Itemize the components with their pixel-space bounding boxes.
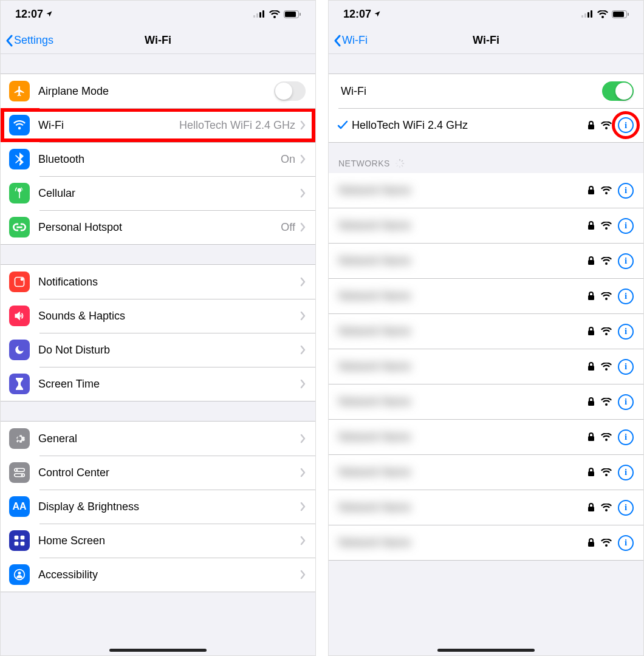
wifi-toggle-group: Wi-Fi HelloTech WiFi 2.4 GHz i [329,73,643,143]
settings-list[interactable]: Airplane ModeWi-FiHelloTech WiFi 2.4 GHz… [1,54,315,655]
svg-rect-14 [21,536,25,540]
info-button[interactable]: i [618,253,634,269]
network-row[interactable]: Network Name i [329,349,643,384]
settings-row-accessibility[interactable]: Accessibility [1,558,315,592]
svg-rect-40 [588,366,594,371]
chevron-right-icon [300,502,306,511]
network-row[interactable]: Network Name i [329,208,643,244]
network-row[interactable]: Network Name i [329,420,643,455]
settings-row-control[interactable]: Control Center [1,456,315,490]
svg-rect-1 [256,13,258,18]
chevron-right-icon [300,570,306,579]
svg-rect-15 [15,542,19,546]
settings-row-screentime[interactable]: Screen Time [1,367,315,401]
home-indicator[interactable] [437,649,535,652]
svg-rect-27 [399,159,400,161]
settings-row-sounds[interactable]: Sounds & Haptics [1,299,315,333]
back-button[interactable]: Wi-Fi [334,34,368,47]
svg-rect-31 [399,166,400,168]
info-button[interactable]: i [618,289,634,304]
wifi-signal-icon [601,327,612,335]
status-time: 12:07 [15,8,43,21]
info-button[interactable]: i [618,394,634,410]
wifi-screen: 12:07 Wi-Fi Wi-Fi Wi-Fi [328,0,644,656]
svg-rect-6 [300,13,301,16]
connected-network-row[interactable]: HelloTech WiFi 2.4 GHz i [329,108,643,142]
wifi-signal-icon [601,504,612,511]
info-button[interactable]: i [618,117,634,133]
back-button[interactable]: Settings [5,34,53,47]
info-button[interactable]: i [618,183,634,199]
chevron-left-icon [334,35,341,47]
svg-rect-35 [588,190,594,194]
networks-list[interactable]: Network Name i Network Name i Network Na… [329,173,643,561]
network-row[interactable]: Network Name i [329,244,643,279]
nav-bar: Wi-Fi Wi-Fi [329,27,643,54]
settings-row-general[interactable]: General [1,422,315,456]
wifi-signal-icon [601,433,612,441]
chevron-right-icon [300,379,306,389]
moon-icon [9,340,30,360]
info-button[interactable]: i [618,324,634,340]
settings-group: Airplane ModeWi-FiHelloTech WiFi 2.4 GHz… [1,73,315,245]
airplane-icon [9,81,30,101]
status-bar: 12:07 [329,1,643,27]
lock-icon [587,256,595,265]
info-button[interactable]: i [618,218,634,234]
network-row[interactable]: Network Name i [329,173,643,208]
settings-row-cellular[interactable]: Cellular [1,176,315,210]
network-row[interactable]: Network Name i [329,314,643,349]
info-button[interactable]: i [618,429,634,445]
network-row[interactable]: Network Name i [329,525,643,561]
settings-row-hotspot[interactable]: Personal HotspotOff [1,210,315,244]
svg-rect-43 [588,471,594,476]
svg-rect-39 [588,330,594,335]
info-button[interactable]: i [618,535,634,551]
network-name: Network Name [338,255,587,267]
settings-row-display[interactable]: AADisplay & Brightness [1,490,315,524]
gear-icon [9,428,30,449]
battery-icon [612,10,629,18]
settings-row-home[interactable]: Home Screen [1,524,315,558]
info-button[interactable]: i [618,359,634,375]
cellular-signal-icon [581,10,594,18]
svg-rect-20 [584,13,586,18]
svg-point-18 [18,572,21,575]
lock-icon [587,397,595,406]
chevron-right-icon [300,154,306,164]
chevron-right-icon [300,120,306,130]
wifi-signal-icon [601,363,612,371]
svg-rect-38 [588,295,594,300]
network-row[interactable]: Network Name i [329,384,643,420]
lock-icon [587,186,595,195]
network-row[interactable]: Network Name i [329,455,643,490]
settings-row-notifications[interactable]: Notifications [1,265,315,299]
network-row[interactable]: Network Name i [329,279,643,314]
svg-point-10 [16,469,18,471]
svg-rect-25 [628,13,629,16]
lock-icon [587,327,595,336]
settings-row-airplane[interactable]: Airplane Mode [1,74,315,108]
network-name: Network Name [338,290,587,302]
network-name: Network Name [338,360,587,373]
info-button[interactable]: i [618,500,634,516]
wifi-icon [597,10,608,18]
settings-row-dnd[interactable]: Do Not Disturb [1,333,315,367]
network-name: Network Name [338,536,587,549]
svg-rect-0 [253,15,255,18]
page-title: Wi-Fi [145,34,171,47]
airplane-toggle[interactable] [274,81,306,101]
wifi-signal-icon [601,292,612,300]
svg-rect-26 [588,125,594,129]
info-button[interactable]: i [618,465,634,480]
chevron-right-icon [300,468,306,477]
svg-rect-11 [15,474,25,477]
wifi-signal-icon [601,398,612,406]
network-name: Network Name [338,219,587,232]
wifi-toggle[interactable] [602,81,634,101]
network-row[interactable]: Network Name i [329,490,643,525]
home-indicator[interactable] [109,649,207,652]
svg-rect-45 [588,542,594,547]
settings-row-bluetooth[interactable]: BluetoothOn [1,142,315,176]
settings-row-wifi[interactable]: Wi-FiHelloTech WiFi 2.4 GHz [1,108,315,142]
